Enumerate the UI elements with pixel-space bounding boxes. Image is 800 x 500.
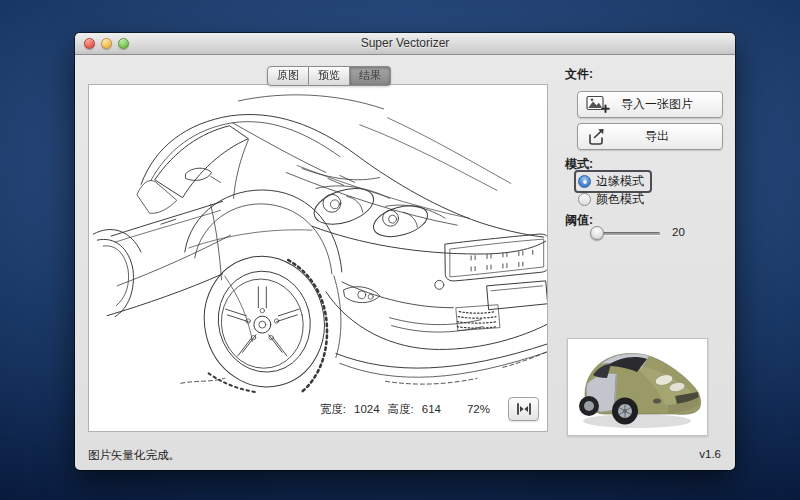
tab-original[interactable]: 原图 <box>267 66 309 86</box>
radio-selected-icon[interactable] <box>578 175 591 188</box>
tab-result[interactable]: 结果 <box>350 66 391 86</box>
original-car-photo <box>571 342 704 432</box>
color-mode-label: 颜色模式 <box>596 191 644 208</box>
height-value: 614 <box>422 403 441 415</box>
app-window: Super Vectorizer 原图 预览 结果 <box>75 33 735 470</box>
threshold-slider-knob[interactable] <box>590 226 604 240</box>
export-button[interactable]: 导出 <box>577 123 723 150</box>
width-value: 1024 <box>354 403 380 415</box>
view-tabs: 原图 预览 结果 <box>267 66 391 84</box>
fit-to-window-button[interactable] <box>508 397 539 421</box>
width-label: 宽度: <box>320 402 346 417</box>
radio-unselected-icon[interactable] <box>578 193 591 206</box>
edge-mode-radio[interactable]: 边缘模式 <box>574 170 652 193</box>
file-section-label: 文件: <box>565 66 593 83</box>
threshold-section-label: 阈值: <box>565 212 593 229</box>
tab-preview[interactable]: 预览 <box>309 66 350 86</box>
threshold-slider[interactable] <box>592 232 660 235</box>
window-titlebar[interactable]: Super Vectorizer <box>75 33 735 55</box>
share-arrow-icon <box>586 127 608 147</box>
edge-mode-label: 边缘模式 <box>596 173 644 190</box>
image-plus-icon <box>586 95 610 115</box>
fit-to-window-icon <box>515 402 533 416</box>
import-image-button[interactable]: 导入一张图片 <box>577 91 723 118</box>
desktop-background: Super Vectorizer 原图 预览 结果 <box>0 0 800 500</box>
window-title: Super Vectorizer <box>75 33 735 54</box>
zoom-level: 72% <box>467 403 490 415</box>
result-canvas: 宽度: 1024 高度: 614 72% <box>88 84 548 432</box>
threshold-value: 20 <box>672 226 685 238</box>
vectorized-car-drawing <box>89 85 547 431</box>
color-mode-radio[interactable]: 颜色模式 <box>578 191 644 208</box>
image-info-bar: 宽度: 1024 高度: 614 72% <box>320 397 539 421</box>
status-message: 图片矢量化完成。 <box>88 448 180 463</box>
height-label: 高度: <box>388 402 414 417</box>
app-version: v1.6 <box>699 448 721 460</box>
original-image-thumbnail <box>567 338 708 436</box>
